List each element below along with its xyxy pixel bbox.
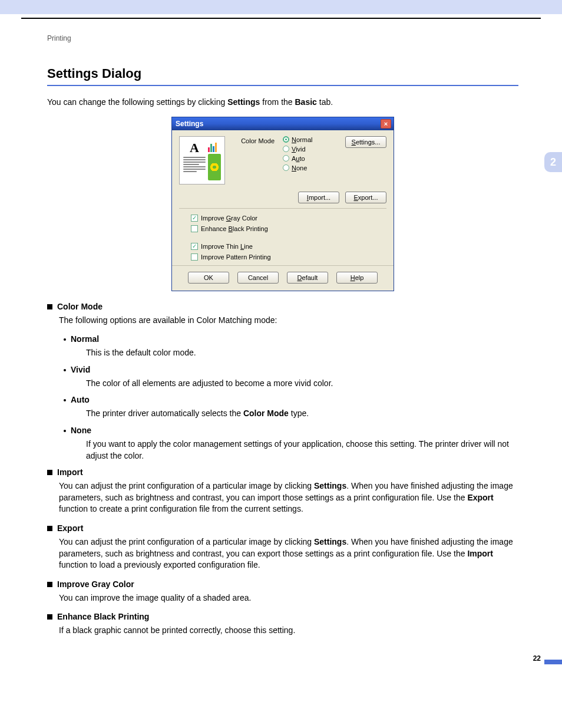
preview-letter: A	[183, 140, 206, 156]
square-bullet-icon	[47, 614, 52, 620]
radio-icon	[283, 155, 289, 162]
export-button[interactable]: Export...	[345, 192, 386, 203]
radio-icon	[283, 136, 289, 143]
checkbox-icon: ✓	[191, 215, 198, 222]
check-improve-gray[interactable]: ✓ Improve Gray Color	[191, 215, 386, 222]
item-none: None	[64, 426, 518, 435]
radio-icon	[283, 164, 289, 171]
item-auto-desc: The printer driver automatically selects…	[86, 408, 518, 420]
chapter-number: 2	[550, 156, 556, 169]
square-bullet-icon	[47, 582, 52, 587]
intro-paragraph: You can change the following settings by…	[47, 97, 518, 108]
settings-dialog: Settings × A	[171, 117, 394, 291]
section-enhance-black: Enhance Black Printing	[47, 612, 518, 621]
top-rule	[21, 18, 541, 19]
preview-chart-icon	[208, 140, 221, 152]
item-vivid: Vivid	[64, 365, 518, 374]
help-button[interactable]: Help	[336, 272, 378, 284]
section-import: Import	[47, 467, 518, 477]
color-mode-lead: The following options are available in C…	[59, 315, 518, 327]
color-mode-radio-none[interactable]: None	[283, 164, 337, 172]
item-vivid-desc: The color of all elements are adjusted t…	[86, 378, 518, 390]
settings-button[interactable]: Settings...	[345, 136, 386, 148]
color-mode-radio-auto[interactable]: Auto	[283, 155, 337, 162]
dialog-title: Settings	[176, 120, 203, 128]
dot-bullet-icon	[64, 338, 66, 341]
square-bullet-icon	[47, 304, 52, 309]
section-color-mode: Color Mode	[47, 302, 518, 311]
title-rule	[47, 85, 518, 86]
radio-icon	[283, 146, 289, 152]
item-normal-desc: This is the default color mode.	[86, 347, 518, 359]
preview-thumbnail: A	[179, 136, 225, 185]
checkbox-icon	[191, 253, 198, 261]
close-icon: ×	[384, 120, 388, 127]
default-button[interactable]: Default	[287, 272, 328, 284]
enhance-black-desc: If a black graphic cannot be printed cor…	[59, 625, 518, 637]
color-mode-label: Color Mode	[233, 136, 275, 185]
cancel-button[interactable]: Cancel	[237, 272, 279, 284]
dot-bullet-icon	[64, 399, 66, 401]
check-improve-thin-line[interactable]: ✓ Improve Thin Line	[191, 243, 386, 250]
header-band	[0, 0, 562, 18]
item-auto: Auto	[64, 395, 518, 404]
preview-photo-icon	[208, 154, 221, 180]
dialog-titlebar: Settings ×	[172, 117, 394, 130]
import-button[interactable]: Import...	[298, 192, 339, 203]
breadcrumb: Printing	[47, 34, 541, 42]
page-number-band	[544, 660, 562, 664]
section-export: Export	[47, 523, 518, 533]
color-mode-radio-vivid[interactable]: Vivid	[283, 146, 337, 153]
square-bullet-icon	[47, 470, 52, 475]
checkbox-icon: ✓	[191, 243, 198, 250]
item-normal: Normal	[64, 334, 518, 344]
square-bullet-icon	[47, 526, 52, 531]
check-improve-pattern[interactable]: Improve Pattern Printing	[191, 253, 386, 261]
color-mode-radio-normal[interactable]: Normal	[283, 136, 337, 143]
item-none-desc: If you want to apply the color managemen…	[86, 439, 518, 462]
import-desc: You can adjust the print configuration o…	[59, 480, 518, 515]
chapter-tab: 2	[544, 152, 562, 172]
export-desc: You can adjust the print configuration o…	[59, 536, 518, 571]
improve-gray-desc: You can improve the image quality of a s…	[59, 592, 518, 604]
dot-bullet-icon	[64, 430, 66, 432]
ok-button[interactable]: OK	[188, 272, 229, 284]
page-title: Settings Dialog	[47, 66, 518, 81]
close-button[interactable]: ×	[381, 119, 391, 129]
section-improve-gray: Improve Gray Color	[47, 579, 518, 589]
check-enhance-black[interactable]: Enhance Black Printing	[191, 225, 386, 232]
dot-bullet-icon	[64, 369, 66, 371]
checkbox-icon	[191, 225, 198, 232]
page-number: 22	[533, 654, 541, 663]
